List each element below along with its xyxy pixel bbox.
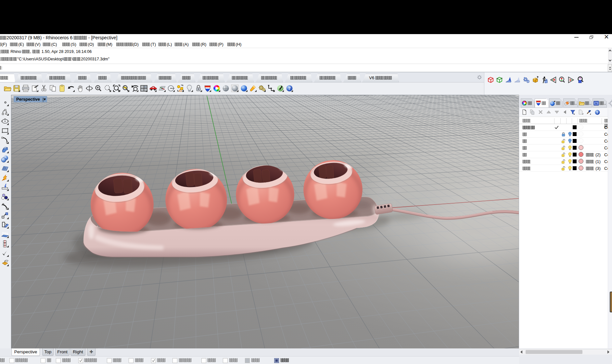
svg-text:?: ? xyxy=(596,110,598,114)
svg-text:?: ? xyxy=(596,102,597,105)
svg-text:?: ? xyxy=(288,86,291,91)
